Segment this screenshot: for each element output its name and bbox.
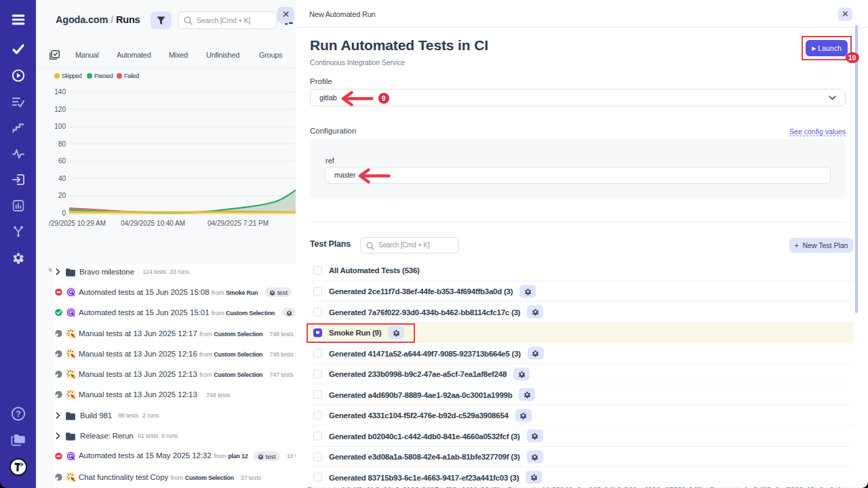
- svg-text:?: ?: [16, 409, 21, 419]
